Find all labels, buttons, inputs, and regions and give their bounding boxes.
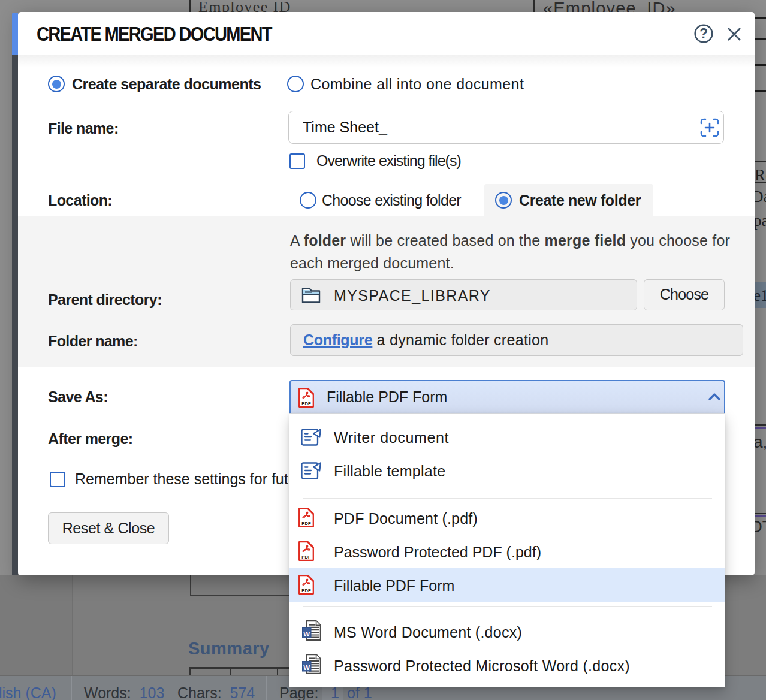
svg-text:?: ? bbox=[699, 26, 708, 41]
